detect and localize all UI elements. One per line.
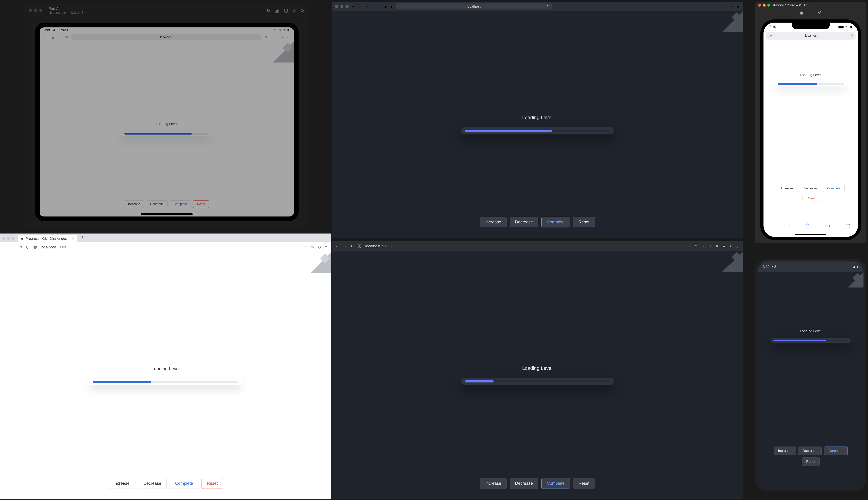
home-icon[interactable]: ⌂ <box>810 10 812 15</box>
reader-aa-icon[interactable]: aA <box>65 35 68 39</box>
forward-icon[interactable]: › <box>367 5 368 8</box>
progress-container <box>461 378 614 385</box>
address-bar[interactable]: aA localhost ↻ <box>766 32 856 39</box>
decrease-button[interactable]: Decrease <box>799 185 821 192</box>
reload-icon[interactable]: ↻ <box>351 244 354 248</box>
share-icon[interactable]: ⇪ <box>805 223 810 229</box>
back-icon[interactable]: ← <box>335 244 339 248</box>
sidebar-icon[interactable]: ▤ <box>352 5 354 8</box>
bookmarks-icon[interactable]: ▭ <box>825 223 830 229</box>
reading-list-icon[interactable]: ≣ <box>722 244 726 248</box>
url-text[interactable]: localhost:3000 <box>365 244 392 248</box>
battery-icon: ▮ <box>287 29 289 32</box>
back-icon[interactable]: ← <box>4 245 8 249</box>
extensions-puzzle-icon[interactable]: ✱ <box>716 244 719 248</box>
share-icon[interactable]: ⇪ <box>275 35 278 39</box>
star-icon[interactable]: ☆ <box>304 245 307 249</box>
install-icon[interactable]: ⤓ <box>687 244 690 248</box>
increase-button[interactable]: Increase <box>108 478 135 489</box>
increase-button[interactable]: Increase <box>480 478 506 489</box>
reset-button[interactable]: Reset <box>193 200 209 208</box>
iphone-bezel: 3:19 ▮▮▮ ᯤ ▮ aA localhost ↻ Loading Leve… <box>761 20 861 240</box>
shield-icon[interactable]: ◐ <box>385 5 387 8</box>
decrease-button[interactable]: Decrease <box>146 200 168 208</box>
close-tab-icon[interactable]: ✕ <box>71 237 74 241</box>
tabs-icon[interactable]: ▢ <box>845 223 850 229</box>
home-icon[interactable]: ⌂ <box>293 8 296 13</box>
shield-icon[interactable]: ⬡ <box>26 245 29 249</box>
reload-icon[interactable]: ↻ <box>547 4 549 9</box>
reset-button[interactable]: Reset <box>201 478 223 489</box>
forward-icon[interactable]: → <box>11 245 15 249</box>
share-icon[interactable]: ⇪ <box>694 244 697 248</box>
sidebar-icon[interactable]: ▤ <box>52 35 54 39</box>
site-info-icon[interactable]: 🄋 <box>33 245 37 249</box>
site-info-icon[interactable]: ⓘ <box>358 243 362 249</box>
reload-icon[interactable]: ↻ <box>19 245 22 249</box>
screenshot-icon[interactable]: ▣ <box>799 10 804 15</box>
address-bar[interactable]: localhost <box>71 34 261 40</box>
tabs-icon[interactable]: ▭ <box>287 35 290 39</box>
increase-button[interactable]: Increase <box>124 200 144 208</box>
extension-icon[interactable]: ✦ <box>708 244 711 248</box>
appearance-icon[interactable]: ◑ <box>390 5 392 8</box>
progress-fill <box>778 83 817 85</box>
rotate-icon[interactable]: ⟳ <box>818 10 822 15</box>
complete-button[interactable]: Complete <box>823 185 845 192</box>
forward-icon[interactable]: › <box>788 223 790 228</box>
share-icon[interactable]: ⇪ <box>726 5 728 8</box>
reset-button[interactable]: Reset <box>573 217 595 227</box>
chevron-down-icon[interactable]: ⌄ <box>357 5 360 8</box>
back-icon[interactable]: ‹ <box>771 223 773 228</box>
back-icon[interactable]: ‹ <box>43 35 44 39</box>
increase-button[interactable]: Increase <box>480 217 506 227</box>
new-tab-icon[interactable]: ＋ <box>731 5 734 8</box>
home-indicator[interactable] <box>141 213 193 215</box>
window-traffic-lights[interactable] <box>758 4 770 7</box>
url-text[interactable]: localhost:3000 <box>41 245 67 249</box>
home-indicator[interactable] <box>795 234 826 235</box>
complete-button[interactable]: Complete <box>824 446 848 455</box>
reload-icon[interactable]: ↻ <box>850 34 853 37</box>
extension-icon[interactable]: ✎ <box>311 245 314 249</box>
tabs-icon[interactable]: ▦ <box>737 5 740 8</box>
reset-button[interactable]: Reset <box>802 457 820 466</box>
new-tab-icon[interactable]: ＋ <box>80 234 85 240</box>
complete-button[interactable]: Complete <box>541 478 570 489</box>
menu-icon[interactable]: ⋮ <box>735 244 739 248</box>
complete-button[interactable]: Complete <box>541 217 570 227</box>
button-row: Increase Decrease Complete Reset <box>776 185 845 202</box>
profile-icon[interactable]: ● <box>729 244 732 248</box>
decrease-button[interactable]: Decrease <box>798 446 822 455</box>
record-icon[interactable]: ▢ <box>284 8 288 13</box>
complete-button[interactable]: Complete <box>170 478 198 489</box>
decrease-button[interactable]: Decrease <box>510 217 538 227</box>
complete-button[interactable]: Complete <box>170 200 191 208</box>
url-bar[interactable]: localhost ↻ <box>396 3 552 9</box>
chrome-light-window: ◆ Progress | GUI Challenges ✕ ＋ ← → ↻ ⬡ … <box>0 234 331 499</box>
screenshot-icon[interactable]: ▣ <box>275 8 279 13</box>
window-traffic-lights[interactable] <box>2 237 14 240</box>
window-traffic-lights[interactable] <box>29 9 42 12</box>
increase-button[interactable]: Increase <box>777 185 797 192</box>
reset-button[interactable]: Reset <box>802 195 819 202</box>
new-tab-icon[interactable]: ＋ <box>281 35 284 39</box>
extension-icon[interactable]: ⚙ <box>318 245 321 249</box>
reset-button[interactable]: Reset <box>573 478 595 489</box>
back-icon[interactable]: ‹ <box>363 5 364 8</box>
reader-aa-icon[interactable]: aA <box>768 34 772 37</box>
decrease-button[interactable]: Decrease <box>138 478 167 489</box>
forward-icon[interactable]: › <box>47 35 48 39</box>
pointer-icon[interactable]: ⟲ <box>266 8 270 13</box>
safari-toolbar: ▤ ⌄ ‹ › ◐ ◑ localhost ↻ ⇪ ＋ ▦ <box>332 2 743 11</box>
forward-icon[interactable]: → <box>343 244 347 248</box>
increase-button[interactable]: Increase <box>774 446 796 455</box>
window-traffic-lights[interactable] <box>335 5 349 8</box>
browser-tab[interactable]: ◆ Progress | GUI Challenges ✕ <box>18 235 77 242</box>
decrease-button[interactable]: Decrease <box>510 478 538 489</box>
rotate-icon[interactable]: ⟳ <box>301 8 305 13</box>
reload-icon[interactable]: ↻ <box>264 35 267 39</box>
menu-icon[interactable]: ≡ <box>325 245 328 249</box>
star-icon[interactable]: ☆ <box>701 244 705 248</box>
status-temp: 8 <box>774 265 776 269</box>
